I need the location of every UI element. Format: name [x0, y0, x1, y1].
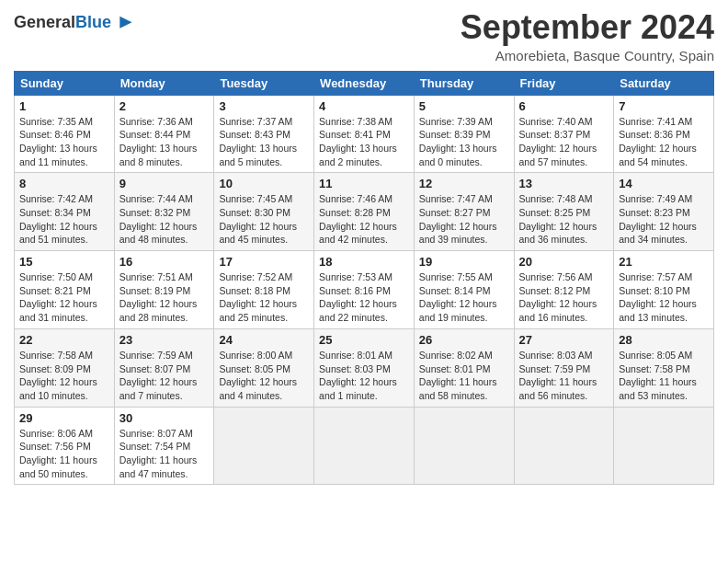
calendar-cell-w2-d2: 9 Sunrise: 7:44 AM Sunset: 8:32 PM Dayli… — [114, 173, 214, 251]
day-number: 8 — [19, 177, 109, 190]
calendar-cell-w4-d5: 26 Sunrise: 8:02 AM Sunset: 8:01 PM Dayl… — [414, 328, 514, 407]
title-block: September 2024 Amorebieta, Basque Countr… — [461, 9, 714, 63]
svg-marker-0 — [119, 17, 131, 29]
day-number: 3 — [219, 99, 309, 113]
day-number: 17 — [219, 255, 309, 269]
header-saturday: Saturday — [614, 71, 714, 95]
calendar-cell-w1-d2: 2 Sunrise: 7:36 AM Sunset: 8:44 PM Dayli… — [114, 95, 214, 173]
day-detail: Sunrise: 7:46 AM Sunset: 8:28 PM Dayligh… — [319, 192, 409, 247]
calendar-cell-w3-d3: 17 Sunrise: 7:52 AM Sunset: 8:18 PM Dayl… — [214, 251, 314, 329]
calendar-cell-w4-d3: 24 Sunrise: 8:00 AM Sunset: 8:05 PM Dayl… — [214, 328, 314, 407]
day-number: 28 — [619, 333, 709, 347]
day-detail: Sunrise: 7:38 AM Sunset: 8:41 PM Dayligh… — [319, 115, 409, 169]
header-friday: Friday — [514, 71, 614, 95]
day-number: 23 — [119, 333, 210, 347]
day-detail: Sunrise: 8:00 AM Sunset: 8:05 PM Dayligh… — [219, 349, 309, 403]
day-detail: Sunrise: 7:39 AM Sunset: 8:39 PM Dayligh… — [419, 115, 509, 169]
calendar-cell-w4-d7: 28 Sunrise: 8:05 AM Sunset: 7:58 PM Dayl… — [614, 328, 714, 407]
day-number: 20 — [519, 255, 609, 269]
day-number: 12 — [419, 177, 509, 190]
calendar-cell-w2-d1: 8 Sunrise: 7:42 AM Sunset: 8:34 PM Dayli… — [15, 173, 115, 251]
day-detail: Sunrise: 7:48 AM Sunset: 8:25 PM Dayligh… — [519, 192, 609, 247]
calendar-cell-w1-d5: 5 Sunrise: 7:39 AM Sunset: 8:39 PM Dayli… — [414, 95, 514, 173]
calendar-cell-w4-d1: 22 Sunrise: 7:58 AM Sunset: 8:09 PM Dayl… — [15, 328, 115, 407]
calendar-header-row: Sunday Monday Tuesday Wednesday Thursday… — [15, 71, 714, 95]
day-detail: Sunrise: 7:58 AM Sunset: 8:09 PM Dayligh… — [19, 349, 109, 403]
calendar-week-2: 8 Sunrise: 7:42 AM Sunset: 8:34 PM Dayli… — [15, 173, 714, 251]
day-number: 19 — [419, 255, 509, 269]
calendar-cell-w4-d4: 25 Sunrise: 8:01 AM Sunset: 8:03 PM Dayl… — [314, 328, 415, 407]
day-detail: Sunrise: 8:02 AM Sunset: 8:01 PM Dayligh… — [419, 349, 509, 403]
day-detail: Sunrise: 8:06 AM Sunset: 7:56 PM Dayligh… — [19, 427, 109, 481]
day-number: 1 — [19, 99, 109, 113]
calendar-cell-w2-d5: 12 Sunrise: 7:47 AM Sunset: 8:27 PM Dayl… — [414, 173, 514, 251]
day-detail: Sunrise: 7:59 AM Sunset: 8:07 PM Dayligh… — [119, 349, 210, 403]
calendar-table: Sunday Monday Tuesday Wednesday Thursday… — [14, 71, 714, 486]
calendar-cell-w2-d7: 14 Sunrise: 7:49 AM Sunset: 8:23 PM Dayl… — [614, 173, 714, 251]
day-number: 11 — [319, 177, 409, 190]
calendar-week-3: 15 Sunrise: 7:50 AM Sunset: 8:21 PM Dayl… — [15, 251, 714, 329]
day-detail: Sunrise: 7:45 AM Sunset: 8:30 PM Dayligh… — [219, 192, 309, 247]
day-number: 18 — [319, 255, 409, 269]
day-number: 25 — [319, 333, 409, 347]
header-tuesday: Tuesday — [214, 71, 314, 95]
day-number: 30 — [119, 411, 210, 425]
day-detail: Sunrise: 7:44 AM Sunset: 8:32 PM Dayligh… — [119, 192, 210, 247]
day-number: 6 — [519, 99, 609, 113]
calendar-cell-w5-d6 — [514, 407, 614, 485]
day-detail: Sunrise: 8:01 AM Sunset: 8:03 PM Dayligh… — [319, 349, 409, 403]
day-number: 29 — [19, 411, 109, 425]
header-sunday: Sunday — [15, 71, 115, 95]
calendar-cell-w5-d1: 29 Sunrise: 8:06 AM Sunset: 7:56 PM Dayl… — [15, 407, 115, 485]
day-detail: Sunrise: 8:03 AM Sunset: 7:59 PM Dayligh… — [519, 349, 609, 403]
calendar-cell-w3-d1: 15 Sunrise: 7:50 AM Sunset: 8:21 PM Dayl… — [15, 251, 115, 329]
day-detail: Sunrise: 7:47 AM Sunset: 8:27 PM Dayligh… — [419, 192, 509, 247]
day-detail: Sunrise: 7:55 AM Sunset: 8:14 PM Dayligh… — [419, 270, 509, 325]
day-number: 14 — [619, 177, 709, 190]
calendar-cell-w5-d3 — [214, 407, 314, 485]
header: GeneralBlue September 2024 Amorebieta, B… — [14, 9, 714, 63]
day-detail: Sunrise: 7:42 AM Sunset: 8:34 PM Dayligh… — [19, 192, 109, 247]
header-thursday: Thursday — [414, 71, 514, 95]
day-number: 16 — [119, 255, 210, 269]
location: Amorebieta, Basque Country, Spain — [461, 48, 714, 63]
calendar-cell-w5-d7 — [614, 407, 714, 485]
calendar-cell-w2-d4: 11 Sunrise: 7:46 AM Sunset: 8:28 PM Dayl… — [314, 173, 415, 251]
page: GeneralBlue September 2024 Amorebieta, B… — [0, 0, 728, 563]
day-detail: Sunrise: 7:52 AM Sunset: 8:18 PM Dayligh… — [219, 270, 309, 325]
calendar-cell-w3-d4: 18 Sunrise: 7:53 AM Sunset: 8:16 PM Dayl… — [314, 251, 415, 329]
calendar-cell-w2-d6: 13 Sunrise: 7:48 AM Sunset: 8:25 PM Dayl… — [514, 173, 614, 251]
day-number: 26 — [419, 333, 509, 347]
calendar-week-5: 29 Sunrise: 8:06 AM Sunset: 7:56 PM Dayl… — [15, 407, 714, 485]
calendar-cell-w2-d3: 10 Sunrise: 7:45 AM Sunset: 8:30 PM Dayl… — [214, 173, 314, 251]
day-detail: Sunrise: 7:40 AM Sunset: 8:37 PM Dayligh… — [519, 115, 609, 169]
day-detail: Sunrise: 7:53 AM Sunset: 8:16 PM Dayligh… — [319, 270, 409, 325]
day-detail: Sunrise: 7:35 AM Sunset: 8:46 PM Dayligh… — [19, 115, 109, 169]
logo: GeneralBlue — [14, 13, 133, 33]
day-detail: Sunrise: 8:05 AM Sunset: 7:58 PM Dayligh… — [619, 349, 709, 403]
day-detail: Sunrise: 7:56 AM Sunset: 8:12 PM Dayligh… — [519, 270, 609, 325]
day-detail: Sunrise: 7:57 AM Sunset: 8:10 PM Dayligh… — [619, 270, 709, 325]
logo-icon — [113, 13, 133, 33]
month-title: September 2024 — [461, 9, 714, 46]
calendar-cell-w1-d7: 7 Sunrise: 7:41 AM Sunset: 8:36 PM Dayli… — [614, 95, 714, 173]
day-number: 10 — [219, 177, 309, 190]
day-number: 22 — [19, 333, 109, 347]
day-detail: Sunrise: 7:49 AM Sunset: 8:23 PM Dayligh… — [619, 192, 709, 247]
calendar-cell-w3-d2: 16 Sunrise: 7:51 AM Sunset: 8:19 PM Dayl… — [114, 251, 214, 329]
calendar-cell-w5-d2: 30 Sunrise: 8:07 AM Sunset: 7:54 PM Dayl… — [114, 407, 214, 485]
logo-blue-text: Blue — [75, 13, 111, 31]
calendar-cell-w4-d2: 23 Sunrise: 7:59 AM Sunset: 8:07 PM Dayl… — [114, 328, 214, 407]
day-number: 24 — [219, 333, 309, 347]
day-number: 4 — [319, 99, 409, 113]
day-number: 7 — [619, 99, 709, 113]
day-number: 13 — [519, 177, 609, 190]
calendar-cell-w5-d4 — [314, 407, 415, 485]
logo-general-text: General — [14, 13, 75, 31]
calendar-cell-w3-d7: 21 Sunrise: 7:57 AM Sunset: 8:10 PM Dayl… — [614, 251, 714, 329]
day-number: 21 — [619, 255, 709, 269]
calendar-week-1: 1 Sunrise: 7:35 AM Sunset: 8:46 PM Dayli… — [15, 95, 714, 173]
calendar-week-4: 22 Sunrise: 7:58 AM Sunset: 8:09 PM Dayl… — [15, 328, 714, 407]
calendar-cell-w1-d1: 1 Sunrise: 7:35 AM Sunset: 8:46 PM Dayli… — [15, 95, 115, 173]
day-detail: Sunrise: 7:36 AM Sunset: 8:44 PM Dayligh… — [119, 115, 210, 169]
